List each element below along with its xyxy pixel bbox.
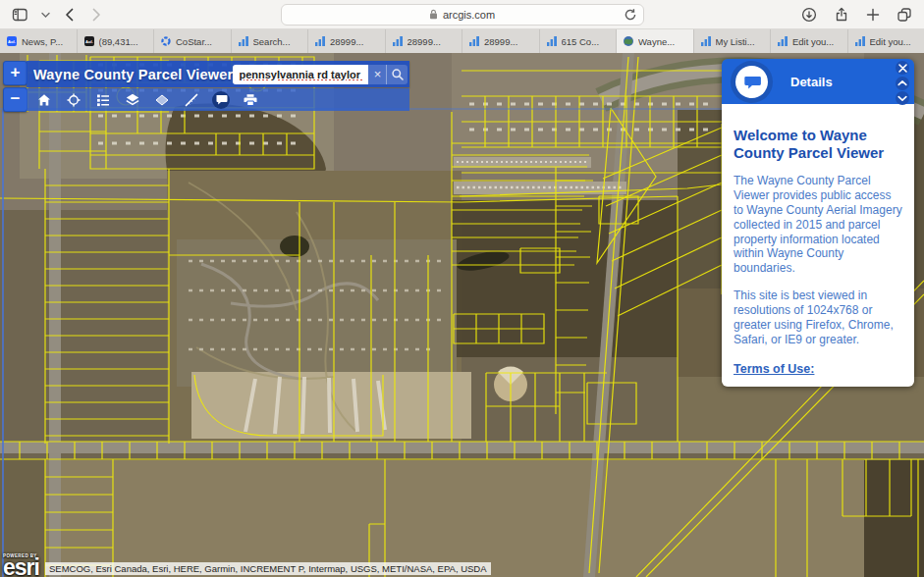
details-panel-body[interactable]: Welcome to Wayne County Parcel Viewer Th… — [722, 104, 914, 387]
chart-favicon — [393, 36, 403, 46]
new-tab-icon[interactable] — [866, 8, 880, 22]
chart-favicon — [239, 36, 248, 46]
esri-logo: POWERED BY esri — [3, 554, 39, 577]
basemap-icon[interactable] — [153, 91, 171, 109]
forward-button[interactable] — [89, 7, 103, 23]
sidebar-toggle-icon[interactable] — [12, 7, 28, 23]
tab-edit-2[interactable]: Edit you... — [848, 29, 924, 53]
page-title: Wayne County Parcel Viewer — [33, 67, 233, 82]
details-icon[interactable] — [212, 91, 230, 109]
search-input[interactable] — [233, 65, 368, 84]
tab-costar[interactable]: CoStar... — [154, 29, 232, 53]
browser-window: arcgis.com — [0, 0, 924, 577]
chart-favicon — [315, 36, 325, 46]
chevron-down-icon[interactable] — [41, 7, 50, 23]
chart-favicon — [778, 36, 788, 46]
costar-favicon — [161, 36, 171, 46]
svg-text:Aol.: Aol. — [85, 39, 93, 44]
map-toolbar — [27, 88, 409, 111]
tab-bar: Aol. News, P... Aol. (89,431... CoStar..… — [0, 29, 924, 53]
url-text: arcgis.com — [443, 9, 495, 21]
app-header: Wayne County Parcel Viewer × — [27, 61, 409, 87]
details-badge — [731, 61, 773, 103]
chevron-up-icon[interactable] — [896, 77, 909, 90]
chat-bubble-icon — [735, 66, 768, 98]
chart-favicon — [701, 36, 711, 46]
chart-favicon — [855, 36, 865, 46]
measure-icon[interactable] — [183, 91, 200, 109]
legend-icon[interactable] — [94, 91, 112, 109]
zoom-in-button[interactable]: + — [3, 61, 27, 85]
chevron-down-icon[interactable] — [896, 91, 909, 105]
print-icon[interactable] — [242, 91, 259, 109]
tab-news[interactable]: Aol. News, P... — [0, 29, 78, 53]
lock-icon — [429, 9, 438, 22]
panel-paragraph-1: The Wayne County Parcel Viewer provides … — [734, 174, 902, 276]
locate-icon[interactable] — [65, 91, 82, 109]
tab-search[interactable]: Search... — [232, 29, 309, 53]
chart-favicon — [547, 36, 557, 46]
tab-my-listings[interactable]: My Listi... — [694, 29, 772, 53]
zoom-out-button[interactable]: − — [3, 87, 27, 112]
tab-615-co[interactable]: 615 Co... — [540, 29, 618, 53]
map-attribution: SEMCOG, Esri Canada, Esri, HERE, Garmin,… — [45, 562, 491, 575]
browser-toolbar: arcgis.com — [0, 0, 924, 29]
search-icon[interactable] — [386, 65, 408, 84]
terms-of-use-heading: Terms of Use: — [734, 362, 902, 376]
reload-icon[interactable] — [624, 8, 637, 24]
tab-edit-1[interactable]: Edit you... — [771, 29, 848, 53]
chart-favicon — [469, 36, 479, 46]
address-bar[interactable]: arcgis.com — [281, 4, 644, 26]
downloads-icon[interactable] — [801, 7, 817, 23]
close-icon[interactable] — [896, 61, 909, 75]
svg-text:Aol.: Aol. — [8, 39, 16, 44]
search-box: × — [233, 65, 408, 84]
map[interactable]: + − Wayne County Parcel Viewer × — [0, 53, 924, 577]
layers-icon[interactable] — [124, 91, 141, 109]
tab-listing-2[interactable]: 28999... — [386, 29, 463, 53]
share-icon[interactable] — [834, 7, 849, 23]
details-panel-header: Details — [722, 59, 914, 104]
panel-title: Details — [790, 75, 833, 89]
tab-listing-1[interactable]: 28999... — [308, 29, 386, 53]
aol-blue-favicon: Aol. — [7, 36, 17, 46]
welcome-heading: Welcome to Wayne County Parcel Viewer — [734, 127, 902, 161]
panel-paragraph-2: This site is best viewed in resolutions … — [734, 288, 902, 347]
clear-search-icon[interactable]: × — [368, 65, 386, 84]
home-icon[interactable] — [35, 91, 53, 109]
esri-brand: esri — [3, 558, 39, 577]
aol-dark-favicon: Aol. — [84, 36, 94, 46]
tab-listing-3[interactable]: 28999... — [462, 29, 540, 53]
tab-wayne-active[interactable]: Wayne... — [617, 29, 694, 53]
details-panel: Details Welcome to Wayne County Parcel V… — [722, 59, 914, 387]
back-button[interactable] — [63, 7, 77, 23]
tab-overview-icon[interactable] — [897, 7, 912, 23]
globe-favicon — [624, 36, 633, 46]
tab-aol-mail[interactable]: Aol. (89,431... — [78, 29, 155, 53]
